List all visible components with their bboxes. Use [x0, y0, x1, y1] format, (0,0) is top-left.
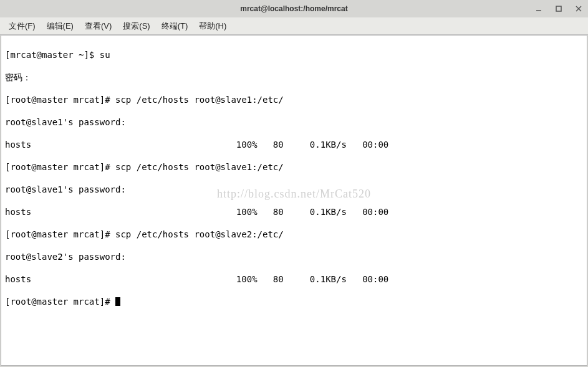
svg-rect-1	[556, 6, 561, 11]
terminal-line: [root@master mrcat]# scp /etc/hosts root…	[5, 94, 583, 105]
window-title: mrcat@localhost:/home/mrcat	[240, 4, 347, 13]
terminal-line: root@slave1's password:	[5, 117, 583, 128]
menu-file[interactable]: 文件(F)	[4, 19, 41, 34]
minimize-button[interactable]	[534, 4, 543, 13]
terminal-line: hosts 100% 80 0.1KB/s 00:00	[5, 206, 583, 217]
window-controls	[534, 0, 583, 17]
menu-edit[interactable]: 编辑(E)	[42, 19, 79, 34]
terminal-prompt-line: [root@master mrcat]#	[5, 296, 583, 307]
terminal-line: root@slave2's password:	[5, 251, 583, 262]
terminal-line: [root@master mrcat]# scp /etc/hosts root…	[5, 161, 583, 173]
terminal-prompt: [root@master mrcat]#	[5, 297, 115, 307]
menu-terminal[interactable]: 终端(T)	[157, 19, 193, 34]
terminal-line: [mrcat@master ~]$ su	[5, 49, 583, 60]
titlebar: mrcat@localhost:/home/mrcat	[0, 0, 588, 17]
maximize-button[interactable]	[554, 4, 563, 13]
menu-view[interactable]: 查看(V)	[80, 19, 117, 34]
menubar: 文件(F) 编辑(E) 查看(V) 搜索(S) 终端(T) 帮助(H)	[0, 17, 588, 35]
menu-search[interactable]: 搜索(S)	[118, 19, 155, 34]
terminal-output[interactable]: [mrcat@master ~]$ su 密码： [root@master mr…	[1, 35, 587, 366]
terminal-line: 密码：	[5, 72, 583, 83]
terminal-line: hosts 100% 80 0.1KB/s 00:00	[5, 274, 583, 285]
terminal-line: hosts 100% 80 0.1KB/s 00:00	[5, 139, 583, 150]
terminal-line: root@slave1's password:	[5, 184, 583, 195]
close-button[interactable]	[574, 4, 583, 13]
menu-help[interactable]: 帮助(H)	[194, 19, 231, 34]
terminal-line: [root@master mrcat]# scp /etc/hosts root…	[5, 229, 583, 240]
cursor-icon	[115, 297, 120, 306]
